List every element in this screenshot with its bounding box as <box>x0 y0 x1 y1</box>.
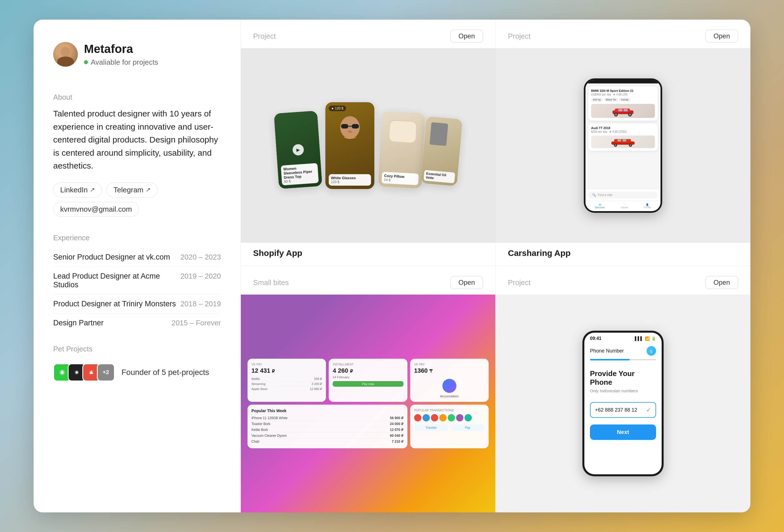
phone-app-title: Phone Number <box>590 348 624 354</box>
smallbites-open-button[interactable]: Open <box>450 276 483 289</box>
svg-rect-6 <box>341 124 348 129</box>
vkpay-transfer[interactable]: Transfer <box>414 424 448 431</box>
links-row: LinkedIn ↗ Telegram ↗ <box>53 183 221 197</box>
smallbites-cell-header: Small bites Open <box>241 266 495 295</box>
svg-rect-19 <box>614 139 631 143</box>
smallbites-preview: VK PAY 12 431 ₽ Netflix599 ₽ Streami <box>241 295 495 512</box>
email-badge[interactable]: kvrmvnov@gmail.com <box>53 202 139 217</box>
progress-bar <box>590 359 656 360</box>
car1-rating: 4.88 (28) <box>616 93 627 96</box>
car1-name: BMW 320i M Sport Edition 21 <box>591 89 655 92</box>
vkpay-item-0: iPhone 11 128GB White <box>251 416 287 420</box>
shopify-card-3: Cozy Pillow 24 $ <box>378 111 425 189</box>
email-text: kvrmvnov@gmail.com <box>60 205 132 214</box>
car-phone-screen: BMW 320i M Sport Edition 21 US$460 per d… <box>586 80 661 211</box>
experience-item: Design Partner 2015 – Forever <box>53 314 221 332</box>
bio-text: Talented product designer with 10 years … <box>53 107 221 172</box>
vkpay-date2: 14 February <box>333 375 403 379</box>
experience-item: Product Designer at Triniry Monsters 201… <box>53 295 221 314</box>
shopify-name: Shopify App <box>253 248 302 258</box>
checkmark-icon: ✓ <box>646 407 651 413</box>
notch-bar: 09:41 ▌▌▌ 📶 🔋 <box>584 333 662 343</box>
carsharing-open-button[interactable]: Open <box>705 30 738 43</box>
notch-time: 09:41 <box>590 336 601 341</box>
experience-item: Senior Product Designer at vk.com 2020 –… <box>53 248 221 267</box>
linkedin-arrow-icon: ↗ <box>90 186 95 194</box>
exp-title-3: Design Partner <box>53 319 104 327</box>
car1-price: US$460 per day <box>591 93 611 96</box>
profile-name-status: Metafora Avaliable for projects <box>84 42 158 67</box>
svg-rect-2 <box>76 371 78 373</box>
svg-point-15 <box>629 114 631 116</box>
shopify-footer: Shopify App <box>241 243 495 266</box>
pet-projects-row: +2 Founder of 5 pet-projects <box>53 363 221 381</box>
phoneapp-project-cell: Project Open 09:41 ▌▌▌ 📶 🔋 <box>496 266 750 512</box>
profile-status: Avaliable for projects <box>84 58 158 67</box>
phoneapp-open-button[interactable]: Open <box>705 276 738 289</box>
smallbites-type: Small bites <box>253 278 289 287</box>
vkpay-price-2: 12 070 ₽ <box>390 428 403 432</box>
telegram-arrow-icon: ↗ <box>146 186 151 194</box>
phone-value: +62 888 237 88 12 <box>595 407 637 413</box>
shopify-item-label-1: Women Sleeveless Piper Dress Top 80 $ <box>281 163 319 185</box>
exp-title-0: Senior Product Designer at vk.com <box>53 253 170 261</box>
vkpay-currency3: ₸ <box>429 369 432 373</box>
carsharing-footer: Carsharing App <box>496 243 750 266</box>
shopify-preview: ▶ Women Sleeveless Piper Dress Top 80 $ … <box>241 48 495 243</box>
linkedin-link[interactable]: LinkedIn ↗ <box>53 183 102 197</box>
left-panel: Metafora Avaliable for projects About Ta… <box>34 20 241 512</box>
play-icon[interactable]: ▶ <box>292 144 304 156</box>
vkpay-label2: INSTALLMENT <box>333 363 403 366</box>
pet-icon-count: +2 <box>97 363 115 381</box>
provide-title: Provide Your Phone <box>590 369 656 387</box>
svg-text:g: g <box>650 348 652 353</box>
telegram-link[interactable]: Telegram ↗ <box>106 183 158 197</box>
pet-label: Founder of 5 pet-projects <box>121 368 209 377</box>
phoneapp-preview: 09:41 ▌▌▌ 📶 🔋 Phone Number <box>496 295 750 512</box>
battery-icon: 🔋 <box>651 336 656 341</box>
vkpay-pay[interactable]: Pay <box>450 424 485 431</box>
phone-app-body: Provide Your Phone Only Indonesian numbe… <box>584 369 662 474</box>
vkpay-amount1: 12 431 <box>251 367 270 374</box>
vkpay-amount2: 4 260 <box>333 367 348 374</box>
exp-years-3: 2015 – Forever <box>172 319 221 327</box>
car2-name: Audi TT 2018 <box>591 126 655 130</box>
svg-rect-24 <box>617 139 621 142</box>
phone-input-field[interactable]: +62 888 237 88 12 ✓ <box>590 402 656 418</box>
vkpay-trans-title: POPULAR TRANSACTIONS <box>414 409 485 412</box>
phone-number-screen: 09:41 ▌▌▌ 📶 🔋 Phone Number <box>584 333 662 474</box>
signal-icon: ▌▌▌ <box>635 336 643 341</box>
vkpay-label1: VK PAY <box>251 363 322 366</box>
find-ride-label: Find a ride <box>598 193 612 197</box>
vkpay-item-3: Vacuum Cleaner Dyson <box>251 434 287 438</box>
shopify-open-button[interactable]: Open <box>450 30 483 43</box>
vkpay-accumulation: Accumulation <box>414 394 485 398</box>
exp-years-0: 2020 – 2023 <box>180 253 221 261</box>
exp-years-2: 2018 – 2019 <box>180 300 221 308</box>
vkpay-currency1: ₽ <box>272 369 275 373</box>
profile-header: Metafora Avaliable for projects <box>53 42 221 67</box>
main-card: Metafora Avaliable for projects About Ta… <box>34 20 750 512</box>
app-logo-icon: g <box>646 346 656 356</box>
next-button[interactable]: Next <box>590 424 656 440</box>
vkpay-price-4: 7 210 ₽ <box>392 440 403 444</box>
shopify-item-name-1: Women Sleeveless Piper Dress Top <box>283 165 316 179</box>
carsharing-preview: BMW 320i M Sport Edition 21 US$460 per d… <box>496 48 750 243</box>
shopify-card-1: ▶ Women Sleeveless Piper Dress Top 80 $ <box>274 110 322 189</box>
carsharing-name: Carsharing App <box>508 248 571 258</box>
avatar <box>53 42 78 67</box>
svg-rect-8 <box>348 126 352 127</box>
svg-point-9 <box>348 131 352 133</box>
about-label: About <box>53 93 221 102</box>
phone-app-header: Phone Number g <box>584 343 662 359</box>
right-panel: Project Open ▶ Women Sleeveless Piper Dr… <box>241 20 750 512</box>
discover-label: Discover <box>595 206 605 209</box>
carsharing-cell-header: Project Open <box>496 20 750 48</box>
smallbites-project-cell: Small bites Open VK PAY 12 431 ₽ <box>241 266 496 512</box>
exp-years-1: 2019 – 2020 <box>180 272 221 281</box>
pet-icons: +2 <box>53 363 115 381</box>
provide-subtitle: Only Indonesian numbers <box>590 388 656 393</box>
profile-name: Metafora <box>84 42 158 56</box>
vkpay-item-4: Chair <box>251 440 259 444</box>
experience-item: Lead Product Designer at Acme Studios 20… <box>53 267 221 295</box>
